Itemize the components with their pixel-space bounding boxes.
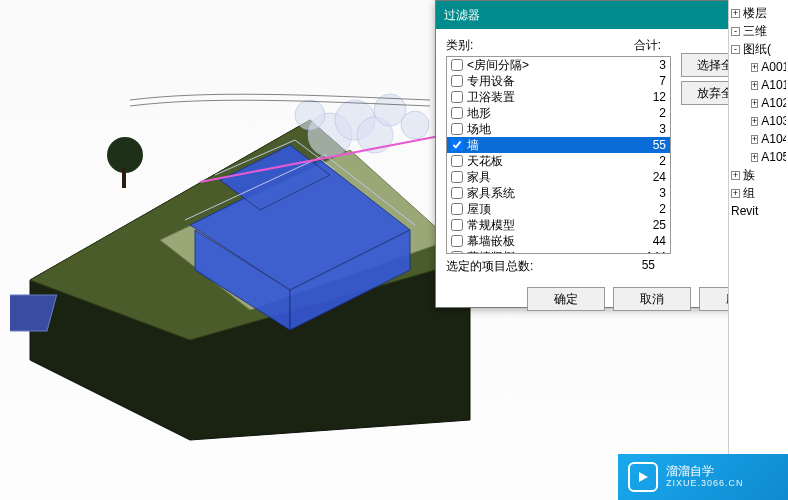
expand-icon[interactable]: + bbox=[751, 63, 758, 72]
list-item[interactable]: <房间分隔>3 bbox=[447, 57, 670, 73]
category-checkbox[interactable] bbox=[451, 91, 463, 103]
category-name: 家具 bbox=[467, 169, 636, 186]
category-name: 屋顶 bbox=[467, 201, 636, 218]
list-item[interactable]: 天花板2 bbox=[447, 153, 670, 169]
expand-icon[interactable]: + bbox=[751, 135, 758, 144]
list-item[interactable]: 卫浴装置12 bbox=[447, 89, 670, 105]
tree-label: A103 bbox=[761, 114, 786, 128]
tree-label: A101 bbox=[761, 78, 786, 92]
category-name: 常规模型 bbox=[467, 217, 636, 234]
ok-button[interactable]: 确定 bbox=[527, 287, 605, 311]
dialog-title: 过滤器 bbox=[444, 7, 761, 24]
expand-icon[interactable]: - bbox=[731, 27, 740, 36]
category-name: 专用设备 bbox=[467, 73, 636, 90]
tree-label: A102 bbox=[761, 96, 786, 110]
category-count: 3 bbox=[636, 186, 666, 200]
category-checkbox[interactable] bbox=[451, 107, 463, 119]
category-checkbox[interactable] bbox=[451, 75, 463, 87]
tree-item[interactable]: -图纸( bbox=[731, 40, 786, 58]
svg-marker-18 bbox=[639, 472, 648, 482]
tree-item[interactable]: +A103 bbox=[731, 112, 786, 130]
tree-label: Revit bbox=[731, 204, 758, 218]
tree-item[interactable]: -三维 bbox=[731, 22, 786, 40]
expand-icon[interactable]: + bbox=[731, 171, 740, 180]
expand-icon[interactable]: + bbox=[751, 99, 758, 108]
tree-item[interactable]: +楼层 bbox=[731, 4, 786, 22]
project-browser[interactable]: +楼层-三维-图纸(+A001+A101+A102+A103+A104+A105… bbox=[728, 0, 788, 500]
category-count: 2 bbox=[636, 106, 666, 120]
list-item[interactable]: 家具系统3 bbox=[447, 185, 670, 201]
svg-point-13 bbox=[107, 137, 143, 173]
selected-total-label: 选定的项目总数: bbox=[446, 258, 611, 275]
category-count: 55 bbox=[636, 138, 666, 152]
tree-item[interactable]: +A101 bbox=[731, 76, 786, 94]
category-name: 墙 bbox=[467, 137, 636, 154]
category-count: 44 bbox=[636, 234, 666, 248]
list-item[interactable]: 幕墙竖梃144 bbox=[447, 249, 670, 254]
list-item[interactable]: 专用设备7 bbox=[447, 73, 670, 89]
category-header: 类别: bbox=[446, 37, 631, 54]
category-checkbox[interactable] bbox=[451, 171, 463, 183]
category-name: 地形 bbox=[467, 105, 636, 122]
category-checkbox[interactable] bbox=[451, 139, 463, 151]
tree-label: 楼层 bbox=[743, 5, 767, 22]
category-checkbox[interactable] bbox=[451, 203, 463, 215]
tree-label: A001 bbox=[761, 60, 786, 74]
selected-total-value: 55 bbox=[611, 258, 671, 275]
svg-rect-14 bbox=[122, 168, 126, 188]
category-count: 3 bbox=[636, 122, 666, 136]
tree-item[interactable]: +A001 bbox=[731, 58, 786, 76]
category-name: 幕墙嵌板 bbox=[467, 233, 636, 250]
watermark-sub: ZIXUE.3066.CN bbox=[666, 479, 744, 489]
terrain-model bbox=[10, 40, 490, 460]
tree-label: A104 bbox=[761, 132, 786, 146]
svg-point-12 bbox=[401, 111, 429, 139]
category-list[interactable]: <房间分隔>3专用设备7卫浴装置12地形2场地3墙55天花板2家具24家具系统3… bbox=[446, 56, 671, 254]
list-item[interactable]: 幕墙嵌板44 bbox=[447, 233, 670, 249]
list-item[interactable]: 场地3 bbox=[447, 121, 670, 137]
category-count: 3 bbox=[636, 58, 666, 72]
category-checkbox[interactable] bbox=[451, 155, 463, 167]
category-checkbox[interactable] bbox=[451, 59, 463, 71]
category-count: 7 bbox=[636, 74, 666, 88]
total-header: 合计: bbox=[631, 37, 671, 54]
tree-label: 图纸( bbox=[743, 41, 771, 58]
tree-item[interactable]: Revit bbox=[731, 202, 786, 220]
category-count: 24 bbox=[636, 170, 666, 184]
tree-item[interactable]: +族 bbox=[731, 166, 786, 184]
category-name: 幕墙竖梃 bbox=[467, 249, 636, 255]
category-checkbox[interactable] bbox=[451, 219, 463, 231]
tree-item[interactable]: +组 bbox=[731, 184, 786, 202]
tree-item[interactable]: +A105 bbox=[731, 148, 786, 166]
list-item[interactable]: 家具24 bbox=[447, 169, 670, 185]
category-count: 2 bbox=[636, 202, 666, 216]
category-checkbox[interactable] bbox=[451, 235, 463, 247]
expand-icon[interactable]: + bbox=[731, 9, 740, 18]
expand-icon[interactable]: - bbox=[731, 45, 740, 54]
category-checkbox[interactable] bbox=[451, 187, 463, 199]
watermark-brand: 溜溜自学 bbox=[666, 465, 744, 478]
category-count: 12 bbox=[636, 90, 666, 104]
expand-icon[interactable]: + bbox=[731, 189, 740, 198]
cancel-button[interactable]: 取消 bbox=[613, 287, 691, 311]
expand-icon[interactable]: + bbox=[751, 153, 758, 162]
category-name: 家具系统 bbox=[467, 185, 636, 202]
play-icon bbox=[628, 462, 658, 492]
list-item[interactable]: 地形2 bbox=[447, 105, 670, 121]
category-checkbox[interactable] bbox=[451, 123, 463, 135]
list-item[interactable]: 常规模型25 bbox=[447, 217, 670, 233]
category-checkbox[interactable] bbox=[451, 251, 463, 254]
tree-item[interactable]: +A104 bbox=[731, 130, 786, 148]
list-item[interactable]: 屋顶2 bbox=[447, 201, 670, 217]
tree-label: 族 bbox=[743, 167, 755, 184]
category-name: 卫浴装置 bbox=[467, 89, 636, 106]
watermark: 溜溜自学 ZIXUE.3066.CN bbox=[618, 454, 788, 500]
expand-icon[interactable]: + bbox=[751, 81, 758, 90]
list-item[interactable]: 墙55 bbox=[447, 137, 670, 153]
category-count: 25 bbox=[636, 218, 666, 232]
tree-label: 组 bbox=[743, 185, 755, 202]
category-count: 2 bbox=[636, 154, 666, 168]
expand-icon[interactable]: + bbox=[751, 117, 758, 126]
tree-item[interactable]: +A102 bbox=[731, 94, 786, 112]
category-name: <房间分隔> bbox=[467, 57, 636, 74]
